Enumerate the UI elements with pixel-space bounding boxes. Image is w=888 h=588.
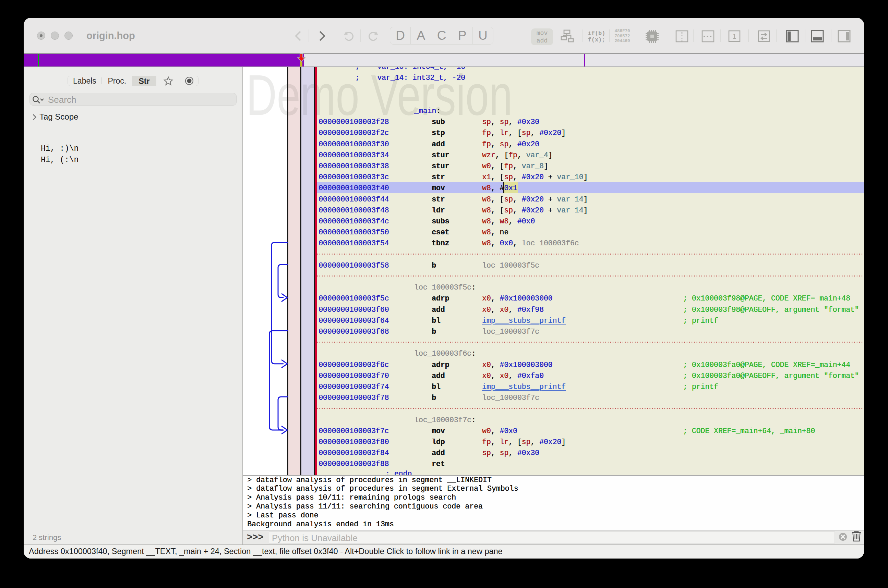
svg-text:1: 1 — [732, 33, 736, 40]
